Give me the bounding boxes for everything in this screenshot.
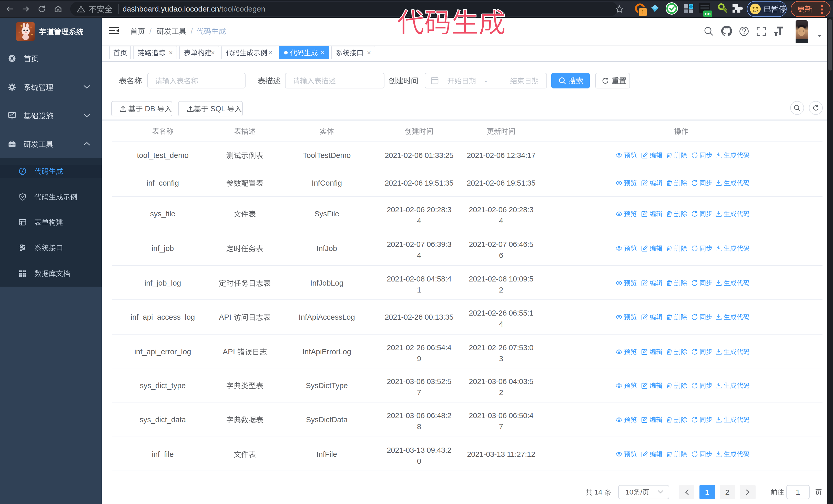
svg-text:1: 1 — [641, 9, 644, 16]
svg-text:on: on — [705, 11, 711, 17]
